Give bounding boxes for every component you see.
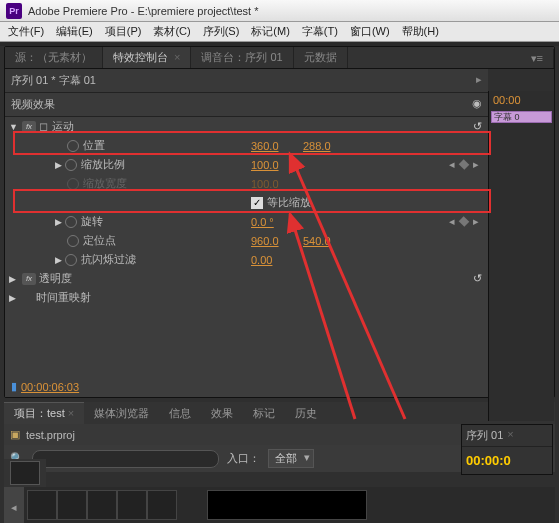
- video-effects-header: 视频效果: [11, 97, 55, 112]
- thumbnail-row: [4, 459, 46, 487]
- project-file-name: test.prproj: [26, 429, 75, 441]
- frame-thumb[interactable]: [57, 490, 87, 520]
- timeline-column: 00:00 字幕 0: [488, 91, 554, 421]
- sequence-timecode[interactable]: 00:00:0: [462, 447, 552, 474]
- frame-thumb[interactable]: [147, 490, 177, 520]
- anchor-y-value[interactable]: 540.0: [303, 235, 331, 247]
- play-icon[interactable]: ▸: [476, 73, 482, 88]
- scale-value[interactable]: 100.0: [251, 159, 279, 171]
- fx-badge-icon: fx: [22, 273, 36, 285]
- tab-media-browser[interactable]: 媒体浏览器: [84, 403, 159, 424]
- menu-sequence[interactable]: 序列(S): [197, 24, 246, 39]
- menu-marker[interactable]: 标记(M): [245, 24, 296, 39]
- tab-source[interactable]: 源：（无素材）: [5, 47, 103, 68]
- stopwatch-icon: [67, 178, 79, 190]
- prop-antiflicker: ▶ 抗闪烁过滤 0.00: [5, 250, 488, 269]
- clip-track[interactable]: 字幕 0: [491, 111, 552, 123]
- menu-clip[interactable]: 素材(C): [147, 24, 196, 39]
- expand-icon[interactable]: ▶: [55, 255, 65, 265]
- effect-controls-panel: 源：（无素材） 特效控制台× 调音台：序列 01 元数据 ▾≡ 序列 01 * …: [4, 46, 555, 398]
- tab-effect-controls[interactable]: 特效控制台×: [103, 47, 191, 68]
- menu-title[interactable]: 字幕(T): [296, 24, 344, 39]
- sequence-tab[interactable]: 序列 01: [466, 428, 503, 443]
- frame-thumb[interactable]: [117, 490, 147, 520]
- expand-icon[interactable]: ▶: [55, 217, 65, 227]
- stopwatch-icon[interactable]: [67, 235, 79, 247]
- menu-project[interactable]: 项目(P): [99, 24, 148, 39]
- stopwatch-icon[interactable]: [67, 140, 79, 152]
- sequence-panel: 序列 01× 00:00:0: [461, 424, 553, 475]
- frame-thumb[interactable]: [27, 490, 57, 520]
- motion-label: 运动: [52, 119, 74, 134]
- tab-info[interactable]: 信息: [159, 403, 201, 424]
- prev-frame-button[interactable]: ◂: [4, 487, 24, 523]
- stopwatch-icon[interactable]: [65, 159, 77, 171]
- prop-position: 位置 360.0 288.0: [5, 136, 488, 155]
- collapse-icon[interactable]: ▼: [9, 122, 19, 132]
- inpoint-label: 入口：: [227, 451, 260, 466]
- stopwatch-icon[interactable]: [65, 254, 77, 266]
- circle-icon: ◉: [472, 97, 482, 112]
- position-x-value[interactable]: 360.0: [251, 140, 279, 152]
- panel-menu-icon[interactable]: ▾≡: [521, 49, 554, 68]
- stopwatch-icon[interactable]: [65, 216, 77, 228]
- effect-time-remapping[interactable]: ▶ 时间重映射: [5, 288, 488, 307]
- sequence-title: 序列 01 * 字幕 01: [11, 73, 96, 88]
- tab-project[interactable]: 项目：test ×: [4, 402, 84, 424]
- tab-effects[interactable]: 效果: [201, 403, 243, 424]
- preview-frame[interactable]: [207, 490, 367, 520]
- window-title: Adobe Premiere Pro - E:\premiere project…: [28, 5, 258, 17]
- checkbox-icon[interactable]: ✓: [251, 197, 263, 209]
- current-timecode[interactable]: 00:00:06:03: [21, 381, 79, 393]
- add-keyframe-icon: [459, 159, 470, 170]
- menu-help[interactable]: 帮助(H): [396, 24, 445, 39]
- direct-manip-icon[interactable]: ◻: [39, 120, 48, 133]
- filmstrip: ◂: [4, 487, 555, 523]
- search-input[interactable]: [32, 450, 219, 468]
- add-keyframe-icon: [459, 216, 470, 227]
- effect-opacity[interactable]: ▶ fx 透明度 ↺: [5, 269, 488, 288]
- clip-thumbnail[interactable]: [10, 461, 40, 485]
- anchor-x-value[interactable]: 960.0: [251, 235, 279, 247]
- rotation-value[interactable]: 0.0 °: [251, 216, 274, 228]
- scale-width-value: 100.0: [251, 178, 279, 190]
- prop-uniform-scale: ✓ 等比缩放: [5, 193, 488, 212]
- keyframe-nav[interactable]: ◂▸: [448, 158, 480, 171]
- menu-window[interactable]: 窗口(W): [344, 24, 396, 39]
- keyframe-nav[interactable]: ◂▸: [448, 215, 480, 228]
- menu-edit[interactable]: 编辑(E): [50, 24, 99, 39]
- close-icon[interactable]: ×: [174, 51, 180, 63]
- effect-motion[interactable]: ▼ fx ◻ 运动 ↺: [5, 117, 488, 136]
- menubar: 文件(F) 编辑(E) 项目(P) 素材(C) 序列(S) 标记(M) 字幕(T…: [0, 22, 559, 42]
- antiflicker-value[interactable]: 0.00: [251, 254, 272, 266]
- expand-icon[interactable]: ▶: [9, 293, 19, 303]
- tab-audio-mixer[interactable]: 调音台：序列 01: [191, 47, 293, 68]
- inpoint-dropdown[interactable]: 全部: [268, 449, 314, 468]
- fx-badge-icon: fx: [22, 121, 36, 133]
- reset-icon[interactable]: ↺: [473, 272, 482, 285]
- tab-markers[interactable]: 标记: [243, 403, 285, 424]
- playhead-icon: ▮: [11, 380, 17, 393]
- reset-icon[interactable]: ↺: [473, 120, 482, 133]
- timeline-ruler-start: 00:00: [489, 91, 554, 109]
- expand-icon[interactable]: ▶: [9, 274, 19, 284]
- close-icon[interactable]: ×: [68, 407, 74, 419]
- prop-scale: ▶ 缩放比例 100.0 ◂▸: [5, 155, 488, 174]
- close-icon[interactable]: ×: [507, 428, 513, 443]
- project-panel-tabs: 项目：test × 媒体浏览器 信息 效果 标记 历史: [4, 402, 555, 424]
- prop-anchor: 定位点 960.0 540.0: [5, 231, 488, 250]
- position-y-value[interactable]: 288.0: [303, 140, 331, 152]
- prop-rotation: ▶ 旋转 0.0 ° ◂▸: [5, 212, 488, 231]
- app-icon: Pr: [6, 3, 22, 19]
- bin-icon: ▣: [10, 428, 20, 441]
- titlebar: Pr Adobe Premiere Pro - E:\premiere proj…: [0, 0, 559, 22]
- menu-file[interactable]: 文件(F): [2, 24, 50, 39]
- prop-scale-width: 缩放宽度 100.0: [5, 174, 488, 193]
- tab-metadata[interactable]: 元数据: [294, 47, 348, 68]
- expand-icon[interactable]: ▶: [55, 160, 65, 170]
- tab-history[interactable]: 历史: [285, 403, 327, 424]
- frame-thumb[interactable]: [87, 490, 117, 520]
